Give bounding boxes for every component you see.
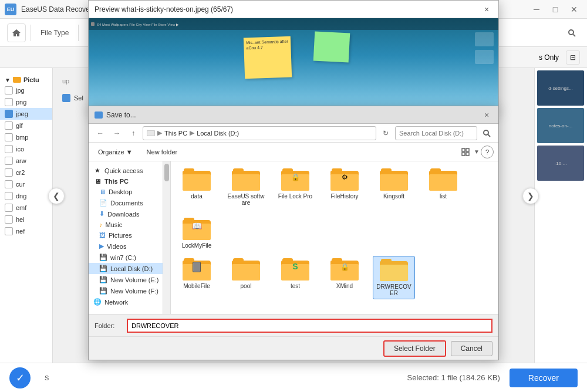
back-button[interactable]: ←	[93, 126, 107, 140]
folder-filelock[interactable]: 🔒 File Lock Pro	[274, 166, 316, 208]
nav-tree: ★ Quick access 🖥 This PC 🖥 Desktop 📄 Doc…	[89, 161, 163, 314]
refresh-button[interactable]: ↻	[379, 126, 393, 140]
jpg-checkbox[interactable]	[5, 86, 13, 94]
thumbnail-3[interactable]: -10-...	[537, 146, 584, 181]
svg-rect-8	[466, 148, 469, 151]
nav-videos[interactable]: ▶ Videos	[89, 241, 163, 252]
nav-desktop[interactable]: 🖥 Desktop	[89, 187, 163, 197]
thumbnail-sidebar: d-settings... notes-on-... -10-...	[534, 68, 587, 363]
hei-checkbox[interactable]	[5, 215, 13, 224]
files-row-1: data EaseUS software	[176, 166, 494, 251]
dialog-close-button[interactable]: ×	[481, 109, 492, 121]
nav-this-pc[interactable]: 🖥 This PC	[89, 176, 163, 187]
home-button[interactable]	[7, 23, 26, 42]
sidebar-item-jpg[interactable]: jpg	[0, 85, 52, 96]
minimize-button[interactable]: ─	[528, 2, 545, 16]
thumbnail-1[interactable]: d-settings...	[537, 70, 584, 106]
sidebar-item-emf[interactable]: emf	[0, 202, 52, 214]
folder-name-input[interactable]	[127, 319, 492, 333]
help-button[interactable]: ?	[481, 146, 494, 158]
nef-checkbox[interactable]	[5, 227, 13, 235]
dialog-search-button[interactable]	[480, 126, 494, 140]
nav-local-disk-d[interactable]: 💾 Local Disk (D:)	[89, 263, 163, 274]
files-row-2: MobileFile pool	[176, 256, 494, 299]
dialog-search-input[interactable]	[395, 126, 477, 140]
dialog-icon	[95, 111, 103, 119]
nav-win7c[interactable]: 💾 win7 (C:)	[89, 252, 163, 263]
folder-drwrecover[interactable]: DRWRECOVER	[373, 256, 415, 299]
preview-title-bar: Preview what-is-sticky-notes-on.jpeg (65…	[89, 1, 498, 18]
cr2-checkbox[interactable]	[5, 168, 13, 177]
filter-icon[interactable]: ⊟	[566, 50, 580, 65]
arw-checkbox[interactable]	[5, 157, 13, 165]
nav-network[interactable]: 🌐 Network	[89, 296, 163, 307]
folder-lockmyfile[interactable]: 📖 LockMyFile	[176, 215, 218, 251]
view-dropdown[interactable]: ▼	[474, 148, 480, 155]
recover-button[interactable]: Recover	[510, 369, 578, 387]
nav-scroll-thumb[interactable]	[164, 164, 169, 181]
folder-data[interactable]: data	[176, 166, 218, 208]
sidebar-item-cur[interactable]: cur	[0, 178, 52, 190]
bottom-bar: ✓ S Selected: 1 file (184.26 KB) Recover	[0, 363, 587, 392]
svg-rect-9	[462, 153, 465, 156]
emf-checkbox[interactable]	[5, 204, 13, 212]
sidebar-item-jpeg[interactable]: jpeg	[0, 108, 52, 120]
path-bar: ▶ This PC ▶ Local Disk (D:)	[143, 126, 376, 140]
sidebar-item-dng[interactable]: dng	[0, 190, 52, 202]
preview-close-button[interactable]: ×	[481, 4, 492, 15]
search-button[interactable]	[564, 25, 580, 41]
nav-pictures[interactable]: 🖼 Pictures	[89, 230, 163, 241]
nav-arrow-right[interactable]: ❯	[522, 188, 539, 204]
folder-test[interactable]: S test	[274, 256, 316, 299]
maximize-button[interactable]: □	[547, 2, 564, 16]
nav-new-volume-f[interactable]: 💾 New Volume (F:)	[89, 285, 163, 296]
thumbnail-2[interactable]: notes-on-...	[537, 108, 584, 143]
svg-point-5	[484, 130, 488, 135]
dng-checkbox[interactable]	[5, 192, 13, 200]
nav-arrow-left[interactable]: ❮	[48, 188, 65, 204]
sidebar-item-arw[interactable]: arw	[0, 155, 52, 167]
dialog-action-bar: Organize ▼ New folder ▼ ?	[89, 143, 498, 161]
nav-documents[interactable]: 📄 Documents	[89, 197, 163, 208]
up-button[interactable]: ↑	[126, 126, 140, 140]
nav-new-volume-e[interactable]: 💾 New Volume (E:)	[89, 274, 163, 285]
cur-checkbox[interactable]	[5, 180, 13, 188]
new-folder-button[interactable]: New folder	[142, 147, 183, 157]
preview-image-area: S4 Most Wallpapers File City View File S…	[89, 18, 498, 112]
cancel-dialog-button[interactable]: Cancel	[451, 341, 492, 356]
sidebar-item-png[interactable]: png	[0, 96, 52, 108]
folder-kingsoft[interactable]: Kingsoft	[373, 166, 415, 208]
folder-mobilefile[interactable]: MobileFile	[176, 256, 218, 299]
forward-button[interactable]: →	[110, 126, 124, 140]
sidebar-item-hei[interactable]: hei	[0, 214, 52, 225]
nav-downloads[interactable]: ⬇ Downloads	[89, 208, 163, 219]
gif-checkbox[interactable]	[5, 121, 13, 130]
sidebar-item-nef[interactable]: nef	[0, 225, 52, 237]
jpeg-checkbox[interactable]	[5, 110, 13, 118]
svg-point-1	[569, 30, 573, 35]
bmp-checkbox[interactable]	[5, 133, 13, 141]
folder-easeus[interactable]: EaseUS software	[225, 166, 267, 208]
nav-music[interactable]: ♪ Music	[89, 219, 163, 230]
save-dialog: Save to... × ← → ↑ ▶ This PC ▶ Local Dis…	[88, 106, 499, 360]
close-button[interactable]: ✕	[566, 2, 582, 16]
file-type-button[interactable]: File Type	[36, 26, 73, 39]
view-toggle-button[interactable]	[458, 145, 473, 159]
select-checkbox[interactable]	[62, 94, 70, 102]
organize-button[interactable]: Organize ▼	[93, 147, 137, 157]
folder-pool[interactable]: pool	[225, 256, 267, 299]
nav-quick-access[interactable]: ★ Quick access	[89, 165, 163, 176]
sidebar-item-gif[interactable]: gif	[0, 120, 52, 131]
dialog-title: Save to...	[106, 111, 136, 119]
folder-filehistory[interactable]: ⚙ FileHistory	[323, 166, 366, 208]
folder-list[interactable]: list	[422, 166, 464, 208]
sidebar-item-bmp[interactable]: bmp	[0, 131, 52, 143]
png-checkbox[interactable]	[5, 98, 13, 106]
select-folder-button[interactable]: Select Folder	[383, 340, 446, 357]
sidebar-item-ico[interactable]: ico	[0, 143, 52, 155]
preview-title: Preview what-is-sticky-notes-on.jpeg (65…	[95, 5, 233, 13]
nav-scrollbar[interactable]	[163, 161, 170, 314]
ico-checkbox[interactable]	[5, 145, 13, 153]
sidebar-item-cr2[interactable]: cr2	[0, 167, 52, 178]
folder-xmind[interactable]: 🔒 XMind	[323, 256, 366, 299]
